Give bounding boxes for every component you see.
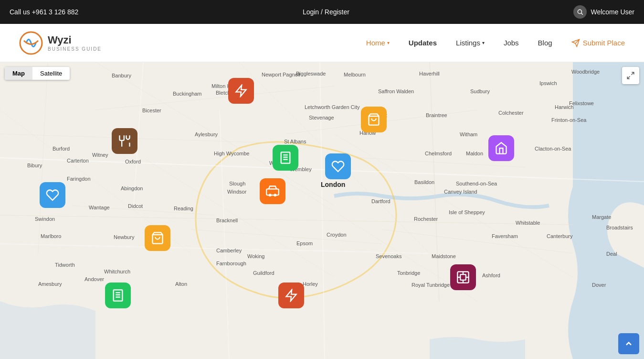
svg-line-12 — [38, 62, 48, 253]
svg-point-0 — [578, 10, 582, 13]
logo-icon — [19, 31, 43, 55]
nav-listings[interactable]: Listings ▾ — [456, 39, 485, 47]
logo-text: Wyzi BUSINESS GUIDE — [48, 34, 102, 52]
login-register-link[interactable]: Login / Register — [303, 8, 349, 16]
map-type-map[interactable]: Map — [5, 67, 32, 80]
submit-label: Submit Place — [583, 39, 625, 47]
red-marker[interactable] — [228, 78, 254, 104]
svg-line-18 — [191, 229, 382, 244]
map-type-satellite[interactable]: Satellite — [32, 67, 70, 80]
purple-marker[interactable] — [488, 135, 514, 161]
map-svg — [0, 62, 644, 359]
red-marker-2[interactable] — [278, 283, 304, 308]
logo[interactable]: Wyzi BUSINESS GUIDE — [19, 31, 102, 55]
nav-home[interactable]: Home ▾ — [366, 39, 390, 47]
map-container: Map Satellite Newport PagnellMilton Keyn… — [0, 62, 644, 359]
green-marker-2[interactable] — [105, 283, 131, 308]
svg-line-17 — [382, 229, 573, 253]
yellow-marker-1[interactable] — [361, 107, 387, 132]
svg-point-38 — [274, 194, 276, 196]
header: Wyzi BUSINESS GUIDE Home ▾ Updates Listi… — [0, 24, 644, 62]
welcome-text: Welcome User — [591, 8, 634, 16]
welcome-area: Welcome User — [573, 5, 634, 19]
submit-place-button[interactable]: Submit Place — [571, 39, 625, 47]
orange-marker[interactable] — [260, 178, 285, 204]
search-icon[interactable] — [573, 5, 587, 19]
svg-line-9 — [220, 110, 229, 359]
brown-marker[interactable] — [112, 128, 137, 154]
svg-point-37 — [269, 194, 271, 196]
svg-line-1 — [581, 13, 583, 15]
blue-marker-2[interactable] — [40, 182, 65, 208]
nav-blog[interactable]: Blog — [538, 39, 552, 47]
scroll-top-icon — [624, 339, 633, 348]
svg-rect-36 — [266, 189, 279, 195]
home-dropdown-arrow: ▾ — [387, 40, 390, 45]
nav-updates[interactable]: Updates — [409, 39, 437, 47]
logo-name: Wyzi — [48, 34, 102, 46]
submit-icon — [571, 39, 580, 47]
svg-rect-46 — [460, 274, 466, 280]
svg-line-27 — [627, 76, 630, 79]
svg-line-24 — [143, 158, 334, 277]
nav-jobs[interactable]: Jobs — [504, 39, 519, 47]
main-nav: Home ▾ Updates Listings ▾ Jobs Blog — [366, 39, 552, 47]
maroon-marker[interactable] — [450, 264, 476, 290]
svg-line-6 — [320, 62, 325, 359]
svg-line-25 — [286, 182, 477, 301]
map-type-control: Map Satellite — [5, 67, 70, 80]
logo-sub: BUSINESS GUIDE — [48, 46, 102, 52]
svg-line-19 — [72, 206, 215, 215]
green-marker-1[interactable] — [273, 145, 298, 171]
svg-line-7 — [0, 244, 430, 253]
fullscreen-icon — [626, 71, 635, 80]
phone-number: Call us +961 3 126 882 — [10, 8, 78, 16]
svg-marker-28 — [236, 85, 246, 96]
scroll-top-button[interactable] — [618, 333, 639, 354]
svg-line-10 — [0, 215, 573, 225]
svg-marker-44 — [286, 290, 296, 301]
svg-line-26 — [632, 72, 634, 75]
svg-line-11 — [430, 62, 439, 301]
listings-dropdown-arrow: ▾ — [482, 40, 485, 45]
blue-marker-1[interactable] — [325, 153, 351, 179]
yellow-marker-2[interactable] — [145, 225, 170, 251]
svg-line-13 — [95, 86, 334, 110]
fullscreen-button[interactable] — [622, 67, 639, 84]
top-bar: Call us +961 3 126 882 Login / Register … — [0, 0, 644, 24]
